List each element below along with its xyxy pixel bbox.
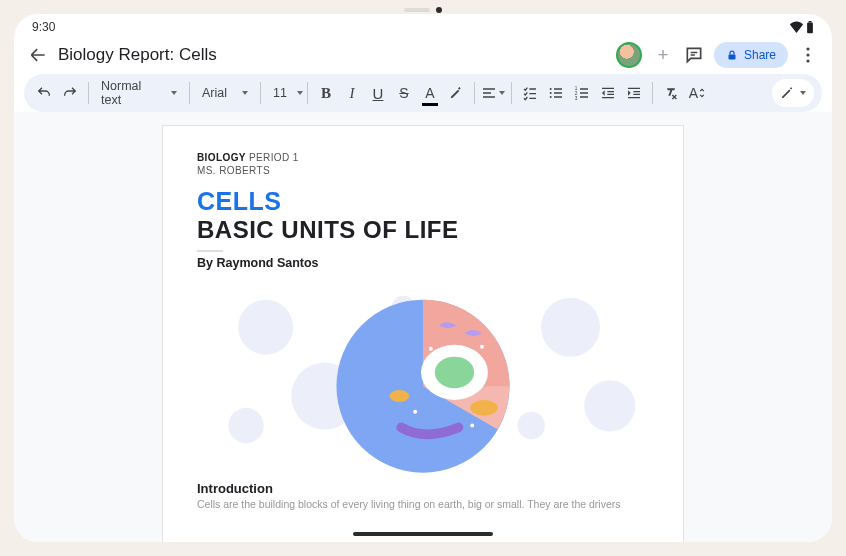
doc-heading-2: BASIC UNITS OF LIFE	[197, 216, 649, 244]
format-options-button[interactable]: A	[685, 79, 709, 107]
style-select[interactable]: Normal text	[95, 79, 183, 107]
more-menu-button[interactable]	[798, 47, 818, 63]
share-label: Share	[744, 48, 776, 62]
underline-button[interactable]: U	[366, 79, 390, 107]
doc-period: PERIOD 1	[249, 152, 299, 163]
back-button[interactable]	[28, 45, 48, 65]
svg-point-23	[390, 390, 410, 402]
svg-point-6	[550, 88, 552, 90]
comments-button[interactable]	[684, 45, 704, 65]
svg-point-25	[480, 345, 484, 349]
svg-point-12	[238, 300, 293, 355]
svg-rect-0	[807, 22, 813, 33]
doc-teacher: MS. ROBERTS	[197, 165, 270, 176]
numbered-list-button[interactable]: 123	[570, 79, 594, 107]
bold-button[interactable]: B	[314, 79, 338, 107]
svg-point-4	[806, 53, 809, 56]
avatar[interactable]	[616, 42, 642, 68]
undo-button[interactable]	[32, 79, 56, 107]
svg-point-16	[584, 380, 635, 431]
chevron-down-icon	[171, 91, 177, 95]
font-size-select[interactable]: 11	[267, 86, 301, 100]
chevron-down-icon	[499, 91, 505, 95]
doc-byline: By Raymond Santos	[197, 256, 649, 270]
indent-decrease-button[interactable]	[596, 79, 620, 107]
svg-point-22	[470, 400, 498, 416]
font-select[interactable]: Arial	[196, 86, 254, 100]
strikethrough-button[interactable]: S	[392, 79, 416, 107]
doc-heading-1: CELLS	[197, 187, 649, 216]
chevron-down-icon	[242, 91, 248, 95]
chevron-down-icon	[800, 91, 806, 95]
indent-increase-button[interactable]	[622, 79, 646, 107]
align-button[interactable]	[481, 79, 505, 107]
wifi-icon	[789, 21, 804, 33]
svg-point-8	[550, 96, 552, 98]
text-color-button[interactable]: A	[418, 79, 442, 107]
svg-point-5	[806, 59, 809, 62]
svg-point-14	[228, 408, 263, 443]
svg-point-26	[413, 410, 417, 414]
svg-rect-2	[728, 55, 735, 60]
doc-course: BIOLOGY	[197, 152, 246, 163]
svg-rect-1	[809, 21, 812, 22]
chevron-down-icon	[297, 91, 303, 95]
document-canvas[interactable]: BIOLOGY PERIOD 1 MS. ROBERTS CELLS BASIC…	[14, 112, 832, 542]
redo-button[interactable]	[58, 79, 82, 107]
pen-tool-button[interactable]	[772, 79, 814, 107]
share-button[interactable]: Share	[714, 42, 788, 68]
clear-formatting-button[interactable]	[659, 79, 683, 107]
page[interactable]: BIOLOGY PERIOD 1 MS. ROBERTS CELLS BASIC…	[163, 126, 683, 542]
checklist-button[interactable]	[518, 79, 542, 107]
nav-handle[interactable]	[353, 532, 493, 536]
cell-illustration	[187, 278, 659, 475]
status-time: 9:30	[32, 20, 55, 34]
lock-icon	[726, 49, 738, 61]
add-collaborator-button[interactable]: +	[652, 45, 674, 66]
svg-point-21	[435, 357, 474, 388]
italic-button[interactable]: I	[340, 79, 364, 107]
svg-point-17	[517, 412, 545, 440]
svg-point-7	[550, 92, 552, 94]
document-title[interactable]: Biology Report: Cells	[58, 45, 217, 65]
title-bar: Biology Report: Cells + Share	[14, 38, 832, 74]
section-heading: Introduction	[197, 481, 649, 496]
svg-text:3: 3	[575, 96, 578, 101]
status-bar: 9:30	[14, 14, 832, 38]
battery-icon	[806, 21, 814, 34]
highlight-button[interactable]	[444, 79, 468, 107]
svg-point-24	[429, 347, 433, 351]
svg-point-27	[470, 424, 474, 428]
svg-point-3	[806, 47, 809, 50]
toolbar: Normal text Arial 11 B I U S A 123	[24, 74, 822, 112]
divider	[197, 250, 223, 252]
body-text: Cells are the building blocks of every l…	[197, 498, 649, 510]
bulleted-list-button[interactable]	[544, 79, 568, 107]
svg-point-15	[541, 298, 600, 357]
